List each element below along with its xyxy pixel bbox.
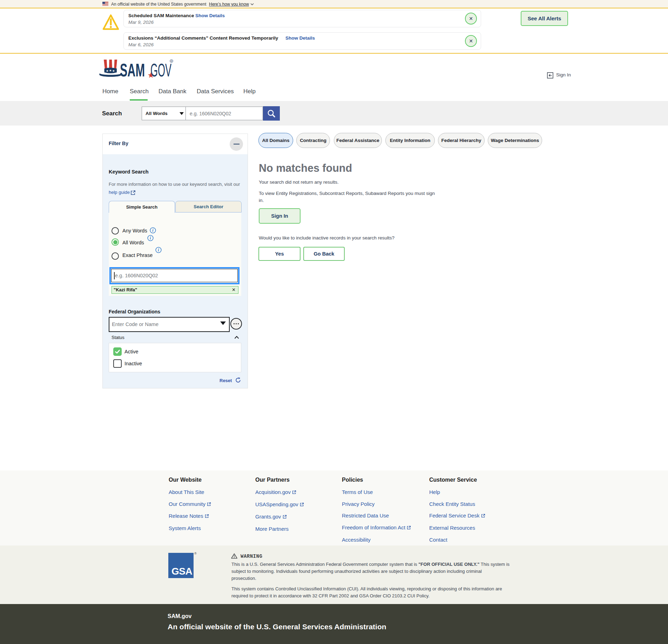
svg-text:★: ★ bbox=[109, 69, 112, 72]
svg-text:i: i bbox=[150, 236, 151, 240]
svg-text:i: i bbox=[158, 248, 159, 252]
svg-text:★: ★ bbox=[112, 69, 115, 73]
svg-text:SAM: SAM bbox=[120, 60, 145, 79]
svg-text:R: R bbox=[171, 60, 173, 62]
svg-text:i: i bbox=[152, 228, 154, 232]
svg-text:★: ★ bbox=[106, 69, 109, 73]
svg-text:GOV: GOV bbox=[150, 60, 171, 79]
